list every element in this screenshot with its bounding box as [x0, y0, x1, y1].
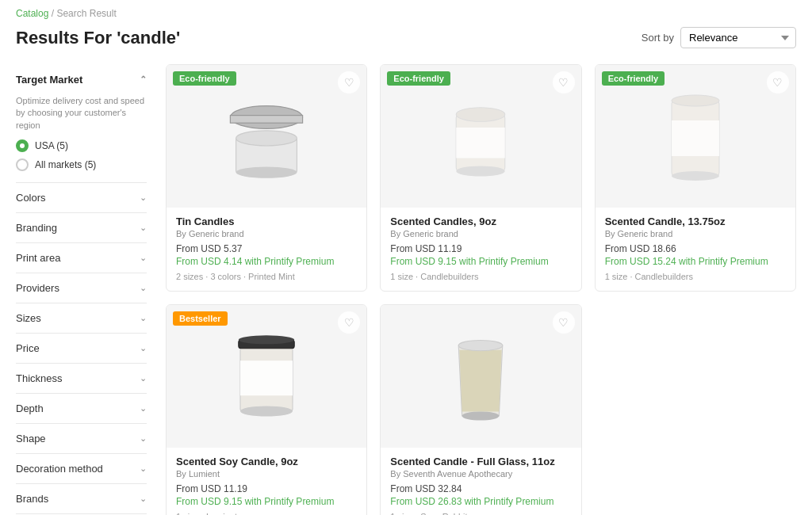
sort-row: Sort by Relevance Price: Low to High Pri… — [642, 27, 796, 48]
product-info: Scented Candles, 9oz By Generic brand Fr… — [381, 208, 580, 291]
product-card[interactable]: Bestseller ♡ — [166, 304, 367, 515]
filter-sizes[interactable]: Sizes⌄ — [16, 303, 147, 334]
svg-point-10 — [672, 95, 719, 106]
radio-usa — [16, 139, 29, 152]
product-card[interactable]: Eco-friendly ♡ Tin Cand — [166, 64, 367, 292]
product-image-wrap: Eco-friendly ♡ — [381, 65, 580, 208]
target-market-desc: Optimize delivery cost and speed by choo… — [16, 95, 147, 132]
main-layout: Target Market ⌃ Optimize delivery cost a… — [16, 64, 796, 515]
product-brand: By Generic brand — [605, 229, 786, 238]
sort-select[interactable]: Relevance Price: Low to High Price: High… — [680, 27, 796, 48]
product-price-regular: From USD 11.19 — [390, 243, 571, 254]
sidebar: Target Market ⌃ Optimize delivery cost a… — [16, 64, 147, 515]
svg-point-16 — [240, 406, 293, 416]
market-all[interactable]: All markets (5) — [16, 158, 147, 171]
filter-branding[interactable]: Branding⌄ — [16, 213, 147, 243]
product-image — [437, 85, 524, 188]
product-price-premium: From USD 9.15 with Printify Premium — [176, 496, 357, 507]
svg-point-6 — [457, 108, 506, 122]
product-image — [219, 89, 314, 184]
product-brand: By Seventh Avenue Apothecary — [390, 469, 571, 479]
product-price-regular: From USD 32.84 — [390, 483, 571, 494]
wishlist-button[interactable]: ♡ — [767, 71, 789, 93]
product-price-regular: From USD 11.19 — [176, 483, 357, 494]
target-market-options: USA (5) All markets (5) — [16, 139, 147, 171]
product-name: Scented Candles, 9oz — [390, 216, 571, 227]
page-wrapper: Catalog / Search Result Results For 'can… — [0, 0, 812, 515]
wishlist-button[interactable]: ♡ — [553, 71, 575, 93]
wishlist-button[interactable]: ♡ — [338, 311, 360, 334]
product-brand: By Lumient — [176, 469, 357, 479]
product-badge: Bestseller — [173, 311, 228, 326]
product-name: Tin Candles — [176, 216, 357, 227]
products-grid: Eco-friendly ♡ Tin Cand — [166, 64, 796, 515]
filter-depth[interactable]: Depth⌄ — [16, 394, 147, 424]
market-all-label: All markets (5) — [35, 159, 96, 170]
product-name: Scented Soy Candle, 9oz — [176, 456, 357, 467]
svg-point-19 — [462, 411, 500, 420]
product-image-wrap: Bestseller ♡ — [167, 305, 366, 448]
product-brand: By Generic brand — [176, 229, 357, 238]
filter-colors[interactable]: Colors⌄ — [16, 183, 147, 213]
filter-thickness[interactable]: Thickness⌄ — [16, 364, 147, 394]
filter-print-area[interactable]: Print area⌄ — [16, 243, 147, 273]
product-price-premium: From USD 15.24 with Printify Premium — [605, 256, 786, 267]
product-info: Scented Candle, 13.75oz By Generic brand… — [596, 208, 795, 291]
product-badge: Eco-friendly — [602, 71, 665, 86]
market-usa-label: USA (5) — [35, 140, 68, 151]
page-title: Results For 'candle' — [16, 28, 180, 48]
svg-point-3 — [236, 131, 297, 146]
svg-point-7 — [457, 166, 506, 176]
product-name: Scented Candle - Full Glass, 11oz — [390, 456, 571, 467]
wishlist-button[interactable]: ♡ — [553, 311, 575, 334]
product-info: Scented Soy Candle, 9oz By Lumient From … — [167, 448, 366, 515]
product-badge: Eco-friendly — [173, 71, 236, 86]
filter-brands[interactable]: Brands⌄ — [16, 484, 147, 514]
product-name: Scented Candle, 13.75oz — [605, 216, 786, 227]
product-image — [223, 321, 310, 432]
product-card[interactable]: Eco-friendly ♡ Scented Candle, 13.75oz — [595, 64, 796, 292]
breadcrumb-catalog-link[interactable]: Catalog — [16, 8, 48, 19]
filter-providers[interactable]: Providers⌄ — [16, 273, 147, 303]
product-info: Tin Candles By Generic brand From USD 5.… — [167, 208, 366, 291]
target-market-header[interactable]: Target Market ⌃ — [16, 64, 147, 95]
product-price-premium: From USD 4.14 with Printify Premium — [176, 256, 357, 267]
market-usa[interactable]: USA (5) — [16, 139, 147, 152]
product-meta: 1 size · Candlebuilders — [605, 272, 786, 281]
radio-all — [16, 158, 29, 171]
product-price-premium: From USD 26.83 with Printify Premium — [390, 496, 571, 507]
filter-shape[interactable]: Shape⌄ — [16, 424, 147, 454]
svg-point-4 — [236, 166, 297, 177]
product-price-regular: From USD 5.37 — [176, 243, 357, 254]
breadcrumb: Catalog / Search Result — [16, 8, 796, 19]
product-brand: By Generic brand — [390, 229, 571, 238]
target-market-chevron: ⌃ — [140, 74, 147, 85]
svg-rect-1 — [231, 116, 303, 124]
sort-label: Sort by — [642, 32, 674, 44]
product-meta: 1 size · Candlebuilders — [390, 272, 571, 281]
product-card[interactable]: Eco-friendly ♡ Scented Candles, 9oz — [380, 64, 581, 292]
svg-point-15 — [239, 335, 294, 344]
product-price-premium: From USD 9.15 with Printify Premium — [390, 256, 571, 267]
product-image-wrap: Eco-friendly ♡ — [167, 65, 366, 208]
svg-rect-8 — [457, 128, 506, 158]
product-image-wrap: Eco-friendly ♡ — [596, 65, 795, 208]
target-market-section: Target Market ⌃ Optimize delivery cost a… — [16, 64, 147, 183]
product-meta: 1 size · SwagRabbit — [390, 512, 571, 515]
filter-price[interactable]: Price⌄ — [16, 334, 147, 364]
product-card[interactable]: ♡ Scented Candle - Full Glass, 11oz By — [380, 304, 581, 515]
wishlist-button[interactable]: ♡ — [338, 71, 360, 93]
page-header: Results For 'candle' Sort by Relevance P… — [16, 27, 796, 48]
filter-decoration-method[interactable]: Decoration method⌄ — [16, 454, 147, 484]
product-image-wrap: ♡ — [381, 305, 580, 448]
svg-point-18 — [459, 340, 504, 350]
product-image — [441, 321, 520, 432]
product-badge: Eco-friendly — [387, 71, 450, 86]
svg-rect-12 — [672, 120, 719, 156]
product-info: Scented Candle - Full Glass, 11oz By Sev… — [381, 448, 580, 515]
product-price-regular: From USD 18.66 — [605, 243, 786, 254]
target-market-label: Target Market — [16, 74, 82, 86]
svg-point-11 — [672, 171, 719, 181]
product-meta: 2 sizes · 3 colors · Printed Mint — [176, 272, 357, 281]
product-meta: 1 size · Lumient — [176, 512, 357, 515]
